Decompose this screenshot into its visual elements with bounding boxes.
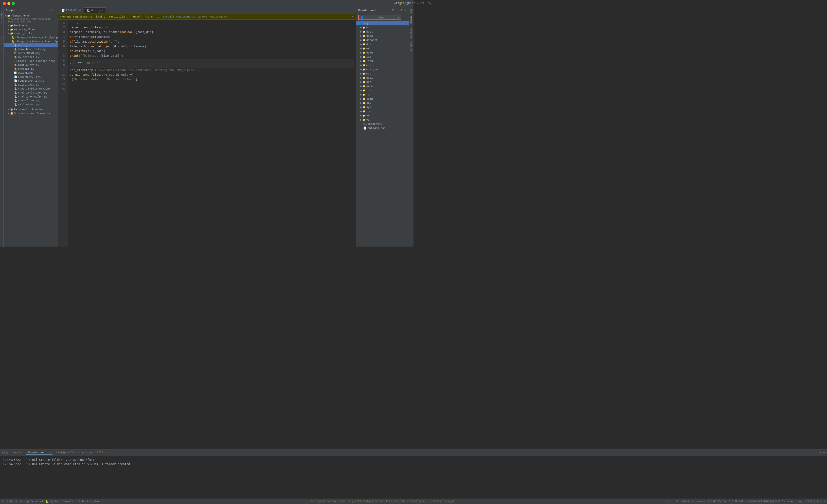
remote-tree-item-sbin[interactable]: ▶ 📁 sbin <box>356 97 409 101</box>
host-dropdown[interactable]: 👤 miya ▼ <box>358 15 401 20</box>
folder-icon: 📁 <box>362 26 366 29</box>
far-right-tab-database[interactable]: Database <box>410 26 413 40</box>
remote-tree-item-data[interactable]: ▶ 📁 data <box>356 34 409 38</box>
tree-item-train-utils[interactable]: ▶ 📁 train_utils <box>4 32 58 36</box>
remote-tree-item-miya[interactable]: ▼ 👤 miya <box>356 21 409 26</box>
tree-item-validation[interactable]: 🐍 validation.py <box>4 103 58 106</box>
tree-item-scratches[interactable]: ▶ 📋 Scratches and Consoles <box>4 111 58 115</box>
remote-host-reconnect-icon[interactable]: ↺ <box>399 8 403 12</box>
remote-tree-item-boot[interactable]: ▶ 📁 boot <box>356 30 409 34</box>
host-user-icon: 👤 <box>359 22 363 25</box>
remote-tree-item-proc[interactable]: ▶ 📁 proc <box>356 84 409 88</box>
remote-host-close-icon[interactable]: ✕ <box>404 8 407 12</box>
remote-item-label: srv <box>367 102 371 105</box>
far-right-tab-remote-host[interactable]: Remote Host <box>410 7 413 26</box>
tab-close-icon[interactable]: ✕ <box>102 9 103 12</box>
remote-item-label: dataset <box>367 39 378 42</box>
remote-tree-item-dataset[interactable]: ▶ 📁 dataset <box>356 38 409 42</box>
sort-icon[interactable]: ↕ <box>52 9 53 12</box>
folder-icon: 📁 <box>362 30 366 33</box>
remote-item-label: var <box>367 118 371 121</box>
maximize-button[interactable] <box>12 2 15 5</box>
remote-item-label: mnt <box>367 72 371 75</box>
remote-item-label: miya <box>364 22 370 25</box>
install-requirements-button[interactable]: Install requirements <box>163 15 195 18</box>
gear-icon[interactable]: ⚙ <box>49 9 51 12</box>
remote-tree-item-media[interactable]: ▶ 📁 media <box>356 63 409 67</box>
tree-item-change-backbone-nofpn[interactable]: 🐍 change_backbone_without_fpn.py <box>4 40 58 43</box>
remote-tree-item-etc[interactable]: ▶ 📁 etc <box>356 46 409 51</box>
tab-del-py[interactable]: 🐍 del.py ✕ <box>84 7 106 13</box>
tree-item-change-backbone-fpn[interactable]: 🐍 change_backbone_with_fpn.py <box>4 36 58 40</box>
remote-tree-item-run[interactable]: ▶ 📁 run <box>356 93 409 97</box>
ignore-requirements-button[interactable]: Ignore requirements <box>197 15 228 18</box>
host-add-button[interactable]: … <box>403 15 407 20</box>
tree-item-transforms[interactable]: 🐍 transforms.py <box>4 99 58 103</box>
folder-icon: 📁 <box>362 81 366 84</box>
remote-tree-item-tmp[interactable]: ▶ 📁 tmp <box>356 109 409 113</box>
collapse-icon[interactable]: — <box>54 9 56 12</box>
far-right-tab-sciview[interactable]: SciView <box>410 40 413 53</box>
remote-tree-item-nccl[interactable]: ▶ 📁 nccl <box>356 76 409 80</box>
tree-item-my-dataset[interactable]: 🐍 my_dataset.py <box>4 55 58 59</box>
remote-tree-item-root[interactable]: ▶ 📁 root <box>356 88 409 93</box>
remote-tree-item-mnt[interactable]: ▶ 📁 mnt <box>356 71 409 76</box>
tree-item-predict[interactable]: 🐍 predict.py <box>4 67 58 71</box>
remote-tree-item-lib[interactable]: ▶ 📁 lib <box>356 55 409 59</box>
remote-tree-item-srv[interactable]: ▶ 📁 srv <box>356 101 409 105</box>
remote-tree-item-dockerenv[interactable]: ⚙ .dockerenv <box>356 122 409 126</box>
remote-tree-item-usr[interactable]: ▶ 📁 usr <box>356 113 409 118</box>
tree-item-label: train_multi_GPU.py <box>18 91 47 94</box>
remote-tree-item-dev[interactable]: ▶ 📁 dev <box>356 42 409 46</box>
run-gutter-icon: ▶ <box>70 61 71 65</box>
sidebar-tab-structure[interactable]: 2: Structure <box>0 35 3 55</box>
tree-item-split-data[interactable]: 🐍 split_data.py <box>4 83 58 87</box>
tab-readme[interactable]: 📝 README.md <box>59 7 83 13</box>
remote-host-refresh-icon[interactable]: ↕ <box>396 8 398 12</box>
remote-tree-item-lib64[interactable]: ▶ 📁 lib64 <box>356 59 409 63</box>
code-content[interactable]: ; :e_mac_temp_files(root_dir): dirpath, … <box>68 20 356 247</box>
sidebar-tab-project[interactable]: 1: Project <box>0 8 3 25</box>
folder-icon: 📁 <box>362 102 366 105</box>
tree-item-requirements[interactable]: 📄 requirements.txt <box>4 79 58 83</box>
code-line-8: os.remove(file_path) <box>70 49 354 54</box>
tree-item-label: pascal_voc_classes.json <box>18 60 55 63</box>
remote-tree-item-opt[interactable]: ▶ 📁 opt <box>356 80 409 84</box>
py-file-icon: 🐍 <box>14 83 17 86</box>
remote-tree-item-mistgpu[interactable]: ▶ 📁 mistgpu <box>356 67 409 71</box>
minimize-button[interactable] <box>7 2 10 5</box>
remote-tree-item-bin[interactable]: ▶ 📁 bin <box>356 26 409 30</box>
tree-root[interactable]: ▼ 📁 faster_rcnn <box>4 14 58 18</box>
tree-item-readme[interactable]: 📝 README.md <box>4 71 58 75</box>
code-editor[interactable]: 1 2 3 4 5 6 7 8 9 10 11 12 13 14 15 ; :e… <box>58 20 356 247</box>
chevron-right-icon: ▶ <box>360 55 362 58</box>
remote-host-settings-icon[interactable]: ⚙ <box>391 8 395 12</box>
tree-item-external-libraries[interactable]: ▶ 📚 External Libraries <box>4 107 58 111</box>
window-controls[interactable] <box>3 2 15 5</box>
pkg-bar-left: Package requirements 'lxml', 'matplotlib… <box>60 15 228 18</box>
tree-item-pascal-voc[interactable]: {} pascal_voc_classes.json <box>4 59 58 63</box>
code-line-13: :e_mac_temp_files(project_directory) <box>70 73 354 78</box>
remote-tree-item-home[interactable]: ▶ 📁 home <box>356 51 409 55</box>
tree-item-record-map[interactable]: 📄 record_mAP.txt <box>4 75 58 79</box>
tree-item-del-py[interactable]: 🐍 del.py <box>4 43 58 47</box>
selected-host-label: miya <box>378 16 384 19</box>
tree-item-draw-box[interactable]: 🐍 draw_box_utils.py <box>4 47 58 51</box>
tree-item-plot-curve[interactable]: 🐍 plot_curve.py <box>4 63 58 67</box>
py-file-icon: 🐍 <box>14 87 17 90</box>
tree-item-train-multi[interactable]: 🐍 train_multi_GPU.py <box>4 91 58 95</box>
pkg-settings-icon[interactable]: ⚙ <box>352 15 354 18</box>
remote-tree-item-sys[interactable]: ▶ 📁 sys <box>356 105 409 109</box>
remote-tree-item-var[interactable]: ▶ 📁 var <box>356 118 409 122</box>
chevron-right-icon: ▶ <box>360 106 362 109</box>
json-file-icon: {} <box>14 60 17 63</box>
tree-item-label: plot_curve.py <box>18 64 39 66</box>
remote-tree-item-antigen[interactable]: 📄 antigen.zsh <box>356 126 409 130</box>
close-button[interactable] <box>3 2 6 5</box>
tree-item-faster-rcnn-png[interactable]: 🖼 fasterRCNN.png <box>4 51 58 55</box>
tree-item-train-mobile[interactable]: 🐍 train_mobilenetv2.py <box>4 87 58 91</box>
tree-item-backbone[interactable]: ▶ 📁 backbone <box>4 24 58 28</box>
folder-icon: 📁 <box>10 32 13 35</box>
tree-item-network-files[interactable]: ▶ 📁 network_files <box>4 28 58 32</box>
tree-item-train-res50[interactable]: 🐍 train_res50_fpn.py <box>4 95 58 99</box>
